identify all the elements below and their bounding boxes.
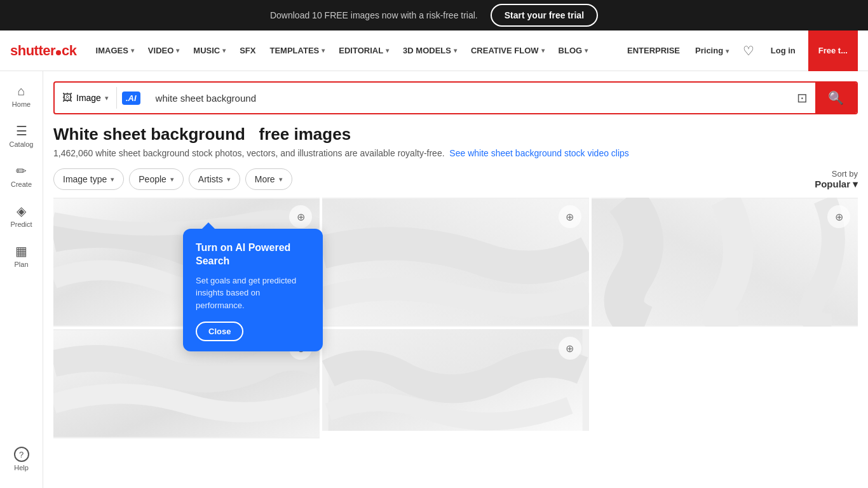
- image-thumbnail: [322, 329, 588, 431]
- ai-badge-text: .AI: [126, 93, 137, 103]
- results-title: White sheet background free images: [53, 125, 858, 144]
- sort-area: Sort by Popular ▾: [815, 169, 858, 190]
- video-chevron-icon: ▾: [176, 47, 179, 54]
- image-thumbnail: [592, 198, 858, 327]
- creativeflow-chevron-icon: ▾: [541, 47, 545, 54]
- ai-badge[interactable]: .AI: [122, 92, 140, 105]
- camera-icon: ⊡: [797, 91, 808, 105]
- sort-label: Sort by: [832, 169, 858, 179]
- catalog-icon: ☰: [16, 123, 27, 139]
- plan-icon: ▦: [15, 243, 27, 259]
- results-header: White sheet background free images 1,462…: [43, 114, 868, 163]
- banner-text: Download 10 FREE images now with a risk-…: [270, 10, 478, 20]
- home-icon: ⌂: [17, 84, 25, 98]
- filters-bar: Image type ▾ People ▾ Artists ▾ More ▾ S…: [43, 163, 868, 198]
- ai-popup-title: Turn on AI Powered Search: [196, 241, 310, 268]
- filter-more[interactable]: More ▾: [245, 168, 292, 190]
- sidebar-item-catalog[interactable]: ☰ Catalog: [3, 117, 41, 154]
- login-button[interactable]: Log in: [763, 42, 803, 59]
- image-type-icon: 🖼: [62, 92, 72, 104]
- templates-chevron-icon: ▾: [322, 47, 325, 54]
- camera-search-button[interactable]: ⊡: [789, 85, 815, 111]
- nav-sfx[interactable]: SFX: [233, 42, 262, 59]
- sidebar-item-plan[interactable]: ▦ Plan: [3, 237, 41, 274]
- top-banner: Download 10 FREE images now with a risk-…: [0, 0, 868, 30]
- header-right: ENTERPRISE Pricing ▾ ♡ Log in Free t...: [622, 30, 858, 71]
- header: shutterck IMAGES ▾ VIDEO ▾ MUSIC ▾ SFX T…: [0, 30, 868, 71]
- pricing-link[interactable]: Pricing ▾: [690, 42, 734, 59]
- sort-dropdown[interactable]: Popular ▾: [815, 179, 858, 190]
- predict-icon: ◈: [17, 203, 26, 219]
- images-chevron-icon: ▾: [131, 47, 134, 54]
- zoom-button[interactable]: ⊕: [827, 205, 850, 228]
- search-bar: 🖼 Image ▾ .AI ⊡ 🔍: [53, 81, 858, 114]
- nav-creative-flow[interactable]: CREATIVE FLOW ▾: [465, 42, 551, 59]
- video-clips-link[interactable]: See white sheet background stock video c…: [449, 148, 629, 158]
- sidebar-item-help[interactable]: ? Help: [9, 440, 34, 478]
- zoom-button[interactable]: ⊕: [559, 337, 581, 360]
- type-chevron-icon: ▾: [105, 94, 109, 102]
- search-input[interactable]: [146, 85, 789, 111]
- enterprise-link[interactable]: ENTERPRISE: [622, 42, 685, 59]
- ai-popup-close-button[interactable]: Close: [196, 322, 243, 341]
- more-chevron-icon: ▾: [279, 175, 283, 184]
- ai-popup-body: Set goals and get predicted insights bas…: [196, 274, 310, 312]
- logo-text: shutterck: [10, 43, 77, 59]
- nav-editorial[interactable]: EDITORIAL ▾: [332, 42, 395, 59]
- favorites-button[interactable]: ♡: [739, 39, 758, 62]
- sidebar-item-create[interactable]: ✏ Create: [3, 157, 41, 194]
- trial-button[interactable]: Start your free trial: [491, 4, 598, 27]
- artists-chevron-icon: ▾: [227, 175, 231, 184]
- help-icon: ?: [14, 447, 29, 462]
- filter-image-type[interactable]: Image type ▾: [53, 168, 124, 190]
- music-chevron-icon: ▾: [222, 47, 226, 54]
- search-icon: 🔍: [828, 91, 844, 105]
- people-chevron-icon: ▾: [170, 175, 174, 184]
- ai-popup: Turn on AI Powered Search Set goals and …: [183, 229, 323, 351]
- 3dmodels-chevron-icon: ▾: [454, 47, 457, 54]
- blog-chevron-icon: ▾: [585, 47, 588, 54]
- sidebar-item-predict[interactable]: ◈ Predict: [3, 197, 41, 234]
- search-button[interactable]: 🔍: [815, 83, 857, 113]
- nav-music[interactable]: MUSIC ▾: [187, 42, 232, 59]
- filter-people[interactable]: People ▾: [129, 168, 184, 190]
- nav-images[interactable]: IMAGES ▾: [90, 42, 140, 59]
- nav-blog[interactable]: BLOG ▾: [552, 42, 595, 59]
- editorial-chevron-icon: ▾: [386, 47, 389, 54]
- image-thumbnail: [322, 198, 588, 327]
- create-icon: ✏: [16, 163, 27, 179]
- zoom-button[interactable]: ⊕: [559, 205, 581, 228]
- sort-chevron-icon: ▾: [853, 179, 858, 190]
- image-card[interactable]: ⊕: [322, 329, 588, 431]
- logo-dot: [56, 50, 61, 55]
- image-grid: ⊕ ⊕ ⊕: [43, 198, 868, 438]
- logo[interactable]: shutterck: [10, 43, 77, 59]
- results-subtitle: 1,462,060 white sheet background stock p…: [53, 148, 858, 158]
- filter-artists[interactable]: Artists ▾: [189, 168, 240, 190]
- free-button[interactable]: Free t...: [808, 30, 858, 71]
- nav-3dmodels[interactable]: 3D MODELS ▾: [397, 42, 463, 59]
- sidebar-item-home[interactable]: ⌂ Home: [3, 78, 41, 114]
- image-card[interactable]: ⊕: [322, 198, 588, 327]
- sidebar: ⌂ Home ☰ Catalog ✏ Create ◈ Predict ▦ Pl…: [0, 71, 43, 488]
- content-area: 🖼 Image ▾ .AI ⊡ 🔍 White sheet background…: [43, 71, 868, 488]
- pricing-chevron-icon: ▾: [726, 48, 729, 55]
- nav-video[interactable]: VIDEO ▾: [142, 42, 186, 59]
- image-card[interactable]: ⊕: [592, 198, 858, 327]
- search-type-dropdown[interactable]: 🖼 Image ▾: [55, 87, 117, 109]
- nav-templates[interactable]: TEMPLATES ▾: [264, 42, 332, 59]
- main-nav: IMAGES ▾ VIDEO ▾ MUSIC ▾ SFX TEMPLATES ▾…: [90, 42, 617, 59]
- image-type-chevron-icon: ▾: [111, 175, 114, 184]
- main-layout: ⌂ Home ☰ Catalog ✏ Create ◈ Predict ▦ Pl…: [0, 71, 868, 488]
